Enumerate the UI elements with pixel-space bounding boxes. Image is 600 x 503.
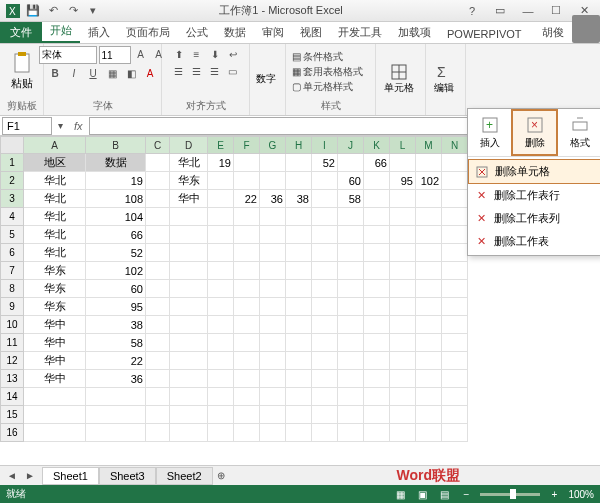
bold-icon[interactable]: B (47, 65, 63, 81)
align-bot-icon[interactable]: ⬇ (207, 46, 223, 62)
cell-J14[interactable] (338, 388, 364, 406)
col-header-G[interactable]: G (260, 136, 286, 154)
cell-J2[interactable]: 60 (338, 172, 364, 190)
font-select[interactable] (39, 46, 97, 64)
cell-F2[interactable] (234, 172, 260, 190)
cell-M5[interactable] (416, 226, 442, 244)
row-header-9[interactable]: 9 (0, 298, 24, 316)
tab-layout[interactable]: 页面布局 (118, 22, 178, 43)
cell-J16[interactable] (338, 424, 364, 442)
cell-N2[interactable] (442, 172, 468, 190)
cell-I2[interactable] (312, 172, 338, 190)
cell-C11[interactable] (146, 334, 170, 352)
help-icon[interactable]: ? (460, 2, 484, 20)
cell-F3[interactable]: 22 (234, 190, 260, 208)
cell-A5[interactable]: 华北 (24, 226, 86, 244)
cell-C10[interactable] (146, 316, 170, 334)
col-header-N[interactable]: N (442, 136, 468, 154)
align-top-icon[interactable]: ⬆ (171, 46, 187, 62)
cell-I10[interactable] (312, 316, 338, 334)
cells-button[interactable]: 单元格 (382, 61, 416, 97)
cell-M15[interactable] (416, 406, 442, 424)
cell-J11[interactable] (338, 334, 364, 352)
cell-F11[interactable] (234, 334, 260, 352)
cell-M4[interactable] (416, 208, 442, 226)
fill-icon[interactable]: ◧ (123, 65, 139, 81)
cell-G4[interactable] (260, 208, 286, 226)
border-icon[interactable]: ▦ (104, 65, 120, 81)
cell-M8[interactable] (416, 280, 442, 298)
table-format-button[interactable]: ▦套用表格格式 (292, 65, 363, 79)
cell-M14[interactable] (416, 388, 442, 406)
cell-H15[interactable] (286, 406, 312, 424)
cell-H12[interactable] (286, 352, 312, 370)
cell-B12[interactable]: 22 (86, 352, 146, 370)
cell-I13[interactable] (312, 370, 338, 388)
cell-K2[interactable] (364, 172, 390, 190)
cell-F4[interactable] (234, 208, 260, 226)
excel-icon[interactable]: X (4, 2, 22, 20)
undo-icon[interactable]: ↶ (44, 2, 62, 20)
cell-A2[interactable]: 华北 (24, 172, 86, 190)
cell-I1[interactable]: 52 (312, 154, 338, 172)
col-header-K[interactable]: K (364, 136, 390, 154)
cell-M2[interactable]: 102 (416, 172, 442, 190)
cell-G15[interactable] (260, 406, 286, 424)
align-right-icon[interactable]: ☰ (207, 63, 223, 79)
cell-D11[interactable] (170, 334, 208, 352)
cell-I6[interactable] (312, 244, 338, 262)
cell-I14[interactable] (312, 388, 338, 406)
col-header-M[interactable]: M (416, 136, 442, 154)
cell-L12[interactable] (390, 352, 416, 370)
cell-G13[interactable] (260, 370, 286, 388)
cell-K6[interactable] (364, 244, 390, 262)
cell-H6[interactable] (286, 244, 312, 262)
cell-H13[interactable] (286, 370, 312, 388)
cell-N5[interactable] (442, 226, 468, 244)
cell-M12[interactable] (416, 352, 442, 370)
cell-J3[interactable]: 58 (338, 190, 364, 208)
cell-D6[interactable] (170, 244, 208, 262)
cell-F15[interactable] (234, 406, 260, 424)
cell-K10[interactable] (364, 316, 390, 334)
cell-D13[interactable] (170, 370, 208, 388)
cell-H16[interactable] (286, 424, 312, 442)
cell-B10[interactable]: 38 (86, 316, 146, 334)
row-header-5[interactable]: 5 (0, 226, 24, 244)
ribbon-options-icon[interactable]: ▭ (488, 2, 512, 20)
select-all-corner[interactable] (0, 136, 24, 154)
cell-F5[interactable] (234, 226, 260, 244)
row-header-7[interactable]: 7 (0, 262, 24, 280)
cell-A8[interactable]: 华东 (24, 280, 86, 298)
col-header-L[interactable]: L (390, 136, 416, 154)
cell-L6[interactable] (390, 244, 416, 262)
cell-C5[interactable] (146, 226, 170, 244)
cell-F10[interactable] (234, 316, 260, 334)
cell-D5[interactable] (170, 226, 208, 244)
cell-G14[interactable] (260, 388, 286, 406)
cell-J6[interactable] (338, 244, 364, 262)
cell-E5[interactable] (208, 226, 234, 244)
col-header-B[interactable]: B (86, 136, 146, 154)
row-header-1[interactable]: 1 (0, 154, 24, 172)
cell-D14[interactable] (170, 388, 208, 406)
cell-K12[interactable] (364, 352, 390, 370)
cell-H4[interactable] (286, 208, 312, 226)
cond-format-button[interactable]: ▤条件格式 (292, 50, 363, 64)
cell-A3[interactable]: 华北 (24, 190, 86, 208)
cell-M7[interactable] (416, 262, 442, 280)
zoom-level[interactable]: 100% (568, 489, 594, 500)
zoom-out-icon[interactable]: − (458, 486, 474, 502)
view-layout-icon[interactable]: ▣ (414, 486, 430, 502)
cell-F1[interactable] (234, 154, 260, 172)
cell-L4[interactable] (390, 208, 416, 226)
cell-B11[interactable]: 58 (86, 334, 146, 352)
cell-L2[interactable]: 95 (390, 172, 416, 190)
cell-B15[interactable] (86, 406, 146, 424)
cell-C16[interactable] (146, 424, 170, 442)
cell-I9[interactable] (312, 298, 338, 316)
cell-E7[interactable] (208, 262, 234, 280)
cell-H8[interactable] (286, 280, 312, 298)
cell-M6[interactable] (416, 244, 442, 262)
delete-rows-menuitem[interactable]: ✕删除工作表行 (468, 184, 600, 207)
